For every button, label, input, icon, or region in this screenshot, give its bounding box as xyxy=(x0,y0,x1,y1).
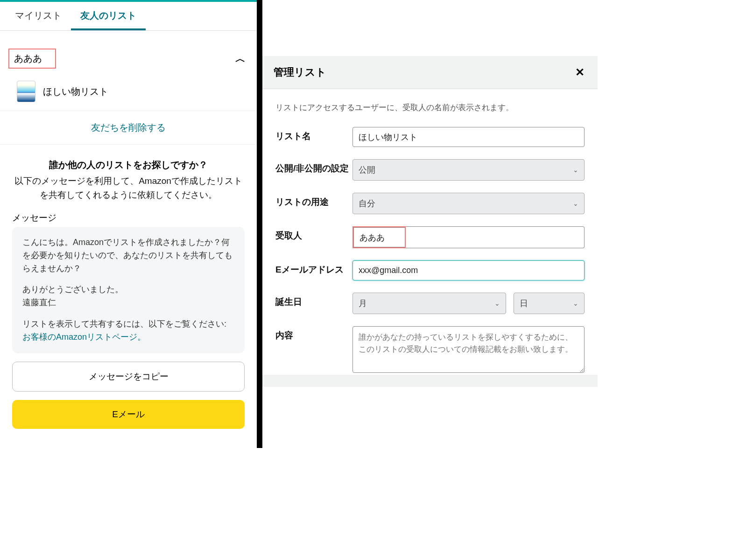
modal-header: 管理リスト ✕ xyxy=(262,56,598,89)
friend-name-highlight: あああ xyxy=(8,49,56,69)
label-recipient: 受取人 xyxy=(275,226,352,242)
friend-accordion-header[interactable]: あああ ︿ xyxy=(0,40,257,77)
looking-title: 誰か他の人のリストをお探しですか？ xyxy=(10,159,247,171)
recipient-highlight xyxy=(352,226,406,248)
label-purpose: リストの用途 xyxy=(275,193,352,208)
purpose-select[interactable]: 自分 ⌄ xyxy=(352,193,585,214)
friends-list-panel: マイリスト 友人のリスト あああ ︿ ほしい物リスト 友だちを削除する 誰か他の… xyxy=(0,0,257,448)
message-p1: こんにちは。Amazonでリストを作成されましたか？何を必要かを知りたいので、あ… xyxy=(22,236,234,275)
label-privacy: 公開/非公開の設定 xyxy=(275,159,352,175)
copy-message-button[interactable]: メッセージをコピー xyxy=(12,362,245,392)
message-p3: リストを表示して共有するには、以下をご覧ください: お客様のAmazonリストペ… xyxy=(22,318,234,344)
modal-subdesc: リストにアクセスするユーザーに、受取人の名前が表示されます。 xyxy=(275,102,585,113)
tab-friendlist[interactable]: 友人のリスト xyxy=(71,2,146,30)
email-button[interactable]: Eメール xyxy=(12,400,245,429)
chevron-down-icon: ⌄ xyxy=(573,166,578,174)
delete-friend-link[interactable]: 友だちを削除する xyxy=(0,111,257,145)
close-icon[interactable]: ✕ xyxy=(575,66,585,79)
looking-desc: 以下のメッセージを利用して、Amazonで作成したリストを共有してくれるように依… xyxy=(10,174,247,203)
message-box: こんにちは。Amazonでリストを作成されましたか？何を必要かを知りたいので、あ… xyxy=(12,227,245,353)
message-p2: ありがとうございました。 遠藤直仁 xyxy=(22,283,234,309)
manage-list-panel: 管理リスト ✕ リストにアクセスするユーザーに、受取人の名前が表示されます。 リ… xyxy=(262,0,598,448)
label-birthday: 誕生日 xyxy=(275,293,352,308)
looking-block: 誰か他の人のリストをお探しですか？ 以下のメッセージを利用して、Amazonで作… xyxy=(0,145,257,207)
modal-title: 管理リスト xyxy=(274,65,326,79)
label-content: 内容 xyxy=(275,326,352,342)
chevron-down-icon: ⌄ xyxy=(573,300,578,307)
tab-mylist[interactable]: マイリスト xyxy=(6,2,71,30)
chevron-down-icon: ⌄ xyxy=(494,300,500,307)
privacy-select[interactable]: 公開 ⌄ xyxy=(352,159,585,181)
tab-bar: マイリスト 友人のリスト xyxy=(0,2,257,31)
listname-input[interactable] xyxy=(352,127,585,147)
wishlist-label: ほしい物リスト xyxy=(43,85,108,98)
message-label: メッセージ xyxy=(12,212,245,224)
amazon-list-page-link[interactable]: お客様のAmazonリストページ。 xyxy=(22,332,146,342)
email-input[interactable] xyxy=(352,260,585,280)
chevron-down-icon: ⌄ xyxy=(573,200,578,207)
wishlist-thumb-icon xyxy=(17,81,35,102)
recipient-input[interactable] xyxy=(353,227,405,247)
bday-day-select[interactable]: 日 ⌄ xyxy=(514,293,585,314)
manage-list-modal: 管理リスト ✕ リストにアクセスするユーザーに、受取人の名前が表示されます。 リ… xyxy=(262,56,598,387)
message-section: メッセージ こんにちは。Amazonでリストを作成されましたか？何を必要かを知り… xyxy=(0,207,257,353)
label-email: Eメールアドレス xyxy=(275,260,352,276)
wishlist-row[interactable]: ほしい物リスト xyxy=(0,77,257,111)
modal-body: リストにアクセスするユーザーに、受取人の名前が表示されます。 リスト名 公開/非… xyxy=(262,89,598,375)
recipient-input-rest[interactable] xyxy=(406,226,585,248)
chevron-up-icon: ︿ xyxy=(235,52,246,66)
label-listname: リスト名 xyxy=(275,127,352,142)
panel-divider xyxy=(257,0,262,448)
content-textarea[interactable] xyxy=(352,326,585,373)
bday-month-select[interactable]: 月 ⌄ xyxy=(352,293,506,314)
